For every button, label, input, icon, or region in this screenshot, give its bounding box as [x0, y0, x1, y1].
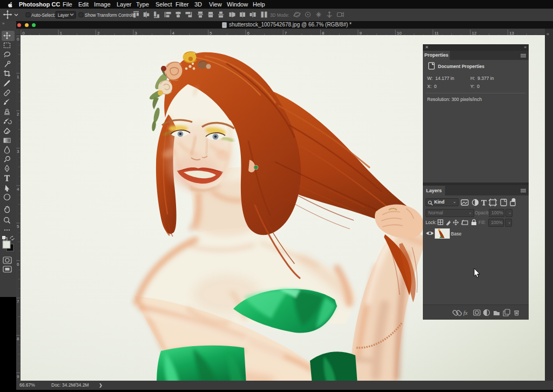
svg-text:7: 7 [17, 299, 19, 304]
svg-text:2: 2 [17, 112, 19, 117]
svg-text:Layer: Layer [58, 13, 69, 18]
svg-text:8: 8 [17, 336, 19, 341]
svg-text:3: 3 [17, 149, 19, 154]
svg-text:1: 1 [17, 75, 19, 79]
svg-text:5: 5 [17, 224, 19, 229]
svg-text:9: 9 [17, 374, 19, 379]
svg-text:3D Mode:: 3D Mode: [270, 13, 289, 18]
svg-text:6: 6 [17, 262, 19, 267]
svg-text:fx: fx [463, 309, 468, 316]
svg-text:Auto-Select:: Auto-Select: [31, 13, 56, 18]
svg-text:»: » [2, 21, 5, 26]
svg-text:4: 4 [17, 187, 19, 192]
svg-text:Show Transform Controls: Show Transform Controls [85, 13, 134, 18]
svg-text:0: 0 [17, 37, 19, 42]
